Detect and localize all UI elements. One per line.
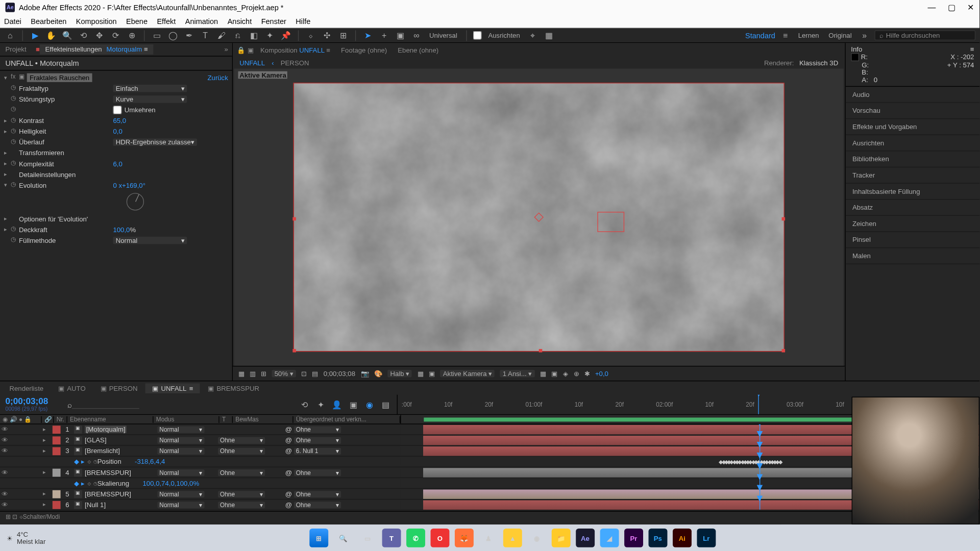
ueberlauf-dropdown[interactable]: HDR-Ergebnisse zulasse▾ (113, 138, 197, 145)
workspace-more-icon[interactable]: » (859, 29, 871, 41)
shy-icon[interactable]: 👤 (331, 398, 343, 411)
panel-vorschau[interactable]: Vorschau (846, 103, 979, 119)
twirl-icon[interactable]: ▸ (4, 128, 11, 134)
brush-tool-icon[interactable]: 🖌 (215, 29, 228, 41)
breadcrumb-person[interactable]: PERSON (281, 59, 309, 66)
parent-dropdown[interactable]: Ohne▾ (294, 437, 341, 444)
menu-animation[interactable]: Animation (185, 17, 218, 26)
renderer-value[interactable]: Klassisch 3D (799, 59, 838, 66)
reset-link[interactable]: Zurück (208, 73, 228, 81)
layer-row[interactable]: 👁 ▸ 5 ▣ [BREMSSPUR] Normal▾ Ohne▾ @ Ohne… (0, 489, 979, 499)
label-color[interactable] (53, 447, 61, 455)
visibility-icon[interactable]: 👁 (0, 436, 9, 443)
menu-bearbeiten[interactable]: Bearbeiten (31, 17, 66, 26)
move-tool-icon[interactable]: ✥ (93, 29, 106, 41)
close-button[interactable]: ✕ (967, 3, 974, 12)
layer-row[interactable]: 👁 ▸ 2 ▣ [GLAS] Normal▾ Ohne▾ @ Ohne▾ (0, 435, 979, 446)
mode-dropdown[interactable]: Normal▾ (157, 491, 204, 497)
parent-dropdown[interactable]: Ohne▾ (294, 427, 341, 433)
mode-dropdown[interactable]: Normal▾ (157, 502, 204, 508)
stopwatch-icon[interactable]: ◷ (11, 84, 19, 92)
v5-icon[interactable]: ✱ (584, 370, 590, 377)
panel-effekte[interactable]: Effekte und Vorgaben (846, 119, 979, 136)
snap2-icon[interactable]: ▦ (543, 29, 555, 41)
komplex-value[interactable]: 6,0 (113, 160, 122, 167)
roto-tool-icon[interactable]: ✦ (264, 29, 276, 41)
stopwatch-icon[interactable]: ◷ (11, 127, 19, 135)
v1-icon[interactable]: ▦ (540, 370, 546, 377)
orbit-tool-icon[interactable]: ⟲ (78, 29, 90, 41)
panel-overflow-icon[interactable]: » (220, 46, 232, 53)
handle-right[interactable] (782, 217, 786, 221)
menu-hilfe[interactable]: Hilfe (296, 17, 310, 26)
panel-tracker[interactable]: Tracker (846, 168, 979, 184)
selection-tool-icon[interactable]: ▶ (29, 29, 41, 41)
pickwhip-icon[interactable]: @ (285, 436, 292, 443)
parent-dropdown[interactable]: 6. Null 1▾ (294, 448, 341, 455)
panel-menu-icon[interactable]: ≡ (970, 46, 974, 53)
layer-row[interactable]: 👁 ▸ 6 ▣ [Null 1] Normal▾ Ohne▾ @ Ohne▾ (0, 499, 979, 510)
stopwatch-icon[interactable]: ◷ (11, 95, 19, 103)
app-icon[interactable]: ▲ (503, 529, 522, 547)
workspace-menu-icon[interactable]: ≡ (779, 29, 792, 41)
tab-unfall[interactable]: ▣ UNFALL ≡ (145, 383, 200, 393)
explorer-icon[interactable]: 📁 (552, 529, 571, 547)
ellipse-tool-icon[interactable]: ◯ (167, 29, 179, 41)
twirl-icon[interactable]: ▸ (43, 437, 51, 443)
label-color[interactable] (53, 500, 61, 509)
parent-dropdown[interactable]: Ohne▾ (294, 491, 341, 497)
snapshot-icon[interactable]: 📷 (361, 370, 369, 377)
stopwatch-icon[interactable]: ◷ (11, 116, 19, 124)
tl-btn2-icon[interactable]: ✦ (315, 398, 327, 411)
pickwhip-icon[interactable]: @ (285, 425, 292, 433)
twirl-icon[interactable]: ▸ (4, 215, 11, 221)
tab-auto[interactable]: ▣ AUTO (52, 383, 92, 393)
parent-dropdown[interactable]: Ohne▾ (294, 469, 341, 476)
mode-dropdown[interactable]: Normal▾ (157, 427, 204, 433)
exposure-value[interactable]: +0,0 (595, 370, 608, 377)
evolution-value[interactable]: 0 x+169,0° (113, 181, 145, 188)
channel-icon[interactable]: ▤ (312, 370, 318, 377)
text-tool-icon[interactable]: T (199, 29, 211, 41)
menu-ebene[interactable]: Ebene (126, 17, 148, 26)
pickwhip-icon[interactable]: @ (285, 490, 292, 497)
panel-bibliotheken[interactable]: Bibliotheken (846, 152, 979, 168)
menu-datei[interactable]: Datei (4, 17, 21, 26)
world-axis-icon[interactable]: ✣ (321, 29, 333, 41)
mask-icon[interactable]: ▥ (250, 370, 256, 377)
twirl-icon[interactable]: ▸ (4, 117, 11, 123)
twirl-icon[interactable]: ▸ (4, 227, 11, 233)
stopwatch-icon[interactable]: ◷ (11, 236, 19, 244)
tab-ebene[interactable]: Ebene (ohne) (394, 45, 443, 55)
menu-effekt[interactable]: Effekt (157, 17, 176, 26)
layer-row[interactable]: 👁 ▸ 1 ▣ [Motorqualm] Normal▾ @ Ohne▾ (0, 424, 979, 435)
plus-icon[interactable]: + (378, 29, 390, 41)
menu-komposition[interactable]: Komposition (76, 17, 117, 26)
motion-blur-icon[interactable]: ◉ (363, 398, 376, 411)
menu-ansicht[interactable]: Ansicht (228, 17, 252, 26)
whatsapp-icon[interactable]: ✆ (406, 529, 425, 547)
pickwhip-icon[interactable]: @ (285, 447, 292, 454)
obs-icon[interactable]: ◉ (527, 529, 546, 547)
rotate-tool-icon[interactable]: ⟳ (110, 29, 122, 41)
panel-malen[interactable]: Malen (846, 248, 979, 265)
workspace-original[interactable]: Original (828, 32, 851, 39)
menu-fenster[interactable]: Fenster (261, 17, 286, 26)
link-icon[interactable]: ∞ (410, 29, 423, 41)
handle-bl[interactable] (292, 349, 296, 353)
resolution-dropdown[interactable]: Halb ▾ (387, 370, 412, 377)
panel-audio[interactable]: Audio (846, 87, 979, 103)
photoshop-icon[interactable]: Ps (648, 529, 667, 547)
stoerung-dropdown[interactable]: Kurve▾ (113, 95, 187, 102)
maximize-button[interactable]: ▢ (948, 3, 955, 12)
minimize-button[interactable]: — (928, 3, 936, 12)
twirl-icon[interactable]: ▸ (4, 149, 11, 156)
tab-person[interactable]: ▣ PERSON (93, 383, 144, 393)
trkmat-dropdown[interactable]: Ohne▾ (218, 437, 265, 444)
panel-ausrichten[interactable]: Ausrichten (846, 135, 979, 152)
layer-icon[interactable]: ▣ (394, 29, 406, 41)
opera-icon[interactable]: O (430, 529, 449, 547)
label-color[interactable] (53, 436, 61, 444)
panel-inhaltsbasiert[interactable]: Inhaltsbasierte Füllung (846, 184, 979, 200)
timecode-display[interactable]: 0;00;03;08 00098 (29,97 fps) (0, 395, 67, 414)
